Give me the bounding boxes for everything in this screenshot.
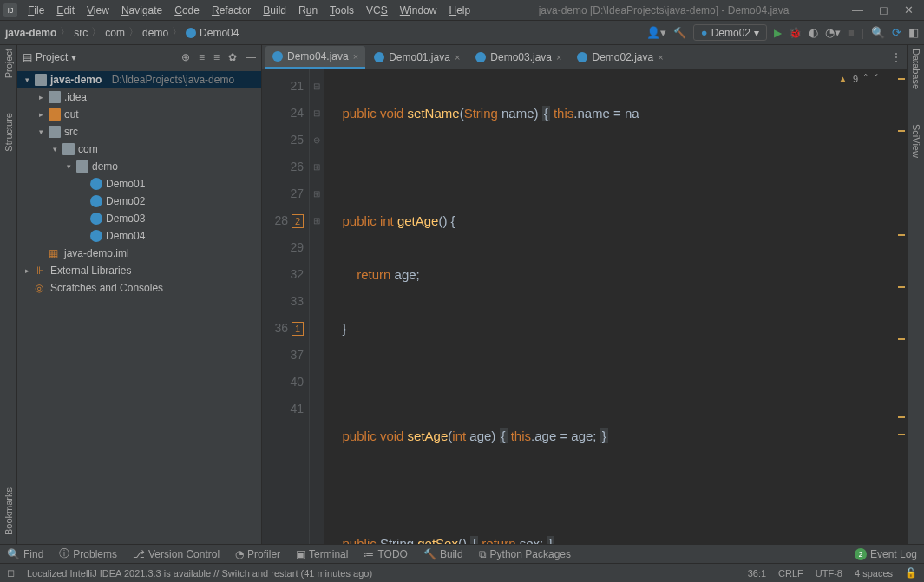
menu-file[interactable]: File — [23, 3, 49, 18]
hide-icon[interactable]: — — [246, 51, 256, 63]
tree-root[interactable]: ▾java-demo D:\IdeaProjects\java-demo — [17, 71, 261, 88]
tool-profiler[interactable]: ◔Profiler — [235, 548, 280, 560]
settings-icon[interactable]: ✿ — [228, 51, 237, 63]
ide-icon[interactable]: ◧ — [908, 26, 919, 39]
tool-problems[interactable]: ⓘProblems — [59, 546, 117, 561]
fold-column[interactable]: ⊟⊟⊖⊞⊞⊞ — [309, 69, 324, 544]
menu-tools[interactable]: Tools — [324, 3, 359, 18]
folder-icon — [35, 74, 47, 86]
run-button[interactable]: ▶ — [774, 27, 782, 39]
tree-idea[interactable]: ▸.idea — [17, 88, 261, 106]
menu-navigate[interactable]: Navigate — [116, 3, 167, 18]
user-icon[interactable]: 👤▾ — [646, 26, 666, 39]
status-io-icon[interactable]: ◻ — [7, 567, 15, 579]
menu-run[interactable]: Run — [293, 3, 323, 18]
tabs-more-icon[interactable]: ⋮ — [891, 51, 901, 63]
tree-com[interactable]: ▾com — [17, 141, 261, 158]
breadcrumb-src[interactable]: src — [74, 27, 88, 39]
tree-demo02[interactable]: Demo02 — [17, 193, 261, 210]
tab-demo01[interactable]: Demo01.java× — [367, 46, 467, 69]
usage-marker[interactable]: 2 — [292, 214, 304, 228]
class-icon — [90, 213, 102, 225]
run-config-selector[interactable]: ● Demo02 ▾ — [693, 24, 767, 41]
menu-build[interactable]: Build — [258, 3, 292, 18]
tree-demo01[interactable]: Demo01 — [17, 175, 261, 193]
tab-demo03[interactable]: Demo03.java× — [469, 46, 568, 69]
menu-view[interactable]: View — [82, 3, 115, 18]
close-tab-icon[interactable]: × — [455, 52, 460, 62]
tool-todo[interactable]: ≔TODO — [364, 548, 407, 560]
tool-vcs[interactable]: ⎇Version Control — [133, 548, 220, 560]
expand-icon[interactable]: ≡ — [199, 51, 205, 63]
error-stripe[interactable] — [896, 69, 907, 544]
tree-demo03[interactable]: Demo03 — [17, 210, 261, 227]
tool-bookmarks[interactable]: Bookmarks — [3, 487, 14, 535]
tree-demo[interactable]: ▾demo — [17, 158, 261, 175]
tool-event-log[interactable]: 2Event Log — [855, 548, 917, 560]
tree-out[interactable]: ▸out — [17, 106, 261, 123]
close-tab-icon[interactable]: × — [353, 51, 358, 62]
menu-help[interactable]: Help — [443, 3, 475, 18]
status-separator[interactable]: CRLF — [778, 568, 803, 579]
tool-find[interactable]: 🔍Find — [7, 548, 43, 560]
status-encoding[interactable]: UTF-8 — [816, 568, 842, 579]
tool-python[interactable]: ⧉Python Packages — [479, 548, 571, 560]
tool-sciview[interactable]: SciView — [911, 124, 921, 158]
tree-scratches[interactable]: ◎Scratches and Consoles — [17, 279, 261, 297]
close-button[interactable]: ✕ — [904, 3, 914, 16]
menu-edit[interactable]: Edit — [51, 3, 80, 18]
chevron-down-icon: ▾ — [754, 27, 759, 39]
chevron-up-icon[interactable]: ˄ — [863, 73, 868, 84]
tree-iml[interactable]: ▦java-demo.iml — [17, 245, 261, 262]
search-icon[interactable]: 🔍 — [871, 26, 885, 39]
folder-icon — [49, 108, 61, 121]
tree-src[interactable]: ▾src — [17, 123, 261, 141]
stop-button[interactable]: ■ — [848, 26, 855, 39]
breadcrumb-root[interactable]: java-demo — [5, 27, 56, 39]
tool-build[interactable]: 🔨Build — [423, 548, 463, 560]
menu-window[interactable]: Window — [395, 3, 442, 18]
code-editor[interactable]: public void setName(String name) { this.… — [324, 69, 896, 544]
close-tab-icon[interactable]: × — [556, 52, 561, 62]
tool-terminal[interactable]: ▣Terminal — [296, 548, 348, 560]
tool-structure[interactable]: Structure — [3, 113, 14, 152]
usage-marker[interactable]: 1 — [292, 322, 304, 336]
collapse-icon[interactable]: ≡ — [213, 51, 220, 63]
coverage-icon[interactable]: ◐ — [809, 26, 818, 39]
close-tab-icon[interactable]: × — [658, 52, 663, 62]
breadcrumb-demo[interactable]: demo — [142, 27, 168, 39]
tool-database[interactable]: Database — [911, 49, 921, 89]
build-icon[interactable]: 🔨 — [673, 27, 686, 39]
project-icon: ▤ — [23, 51, 32, 63]
breadcrumb-com[interactable]: com — [105, 27, 125, 39]
inspection-widget[interactable]: ▲9˄˅ — [838, 73, 879, 84]
sync-icon[interactable]: ⟳ — [892, 26, 901, 39]
menu-code[interactable]: Code — [169, 3, 205, 18]
breadcrumb-class[interactable]: Demo04 — [200, 27, 239, 39]
project-toolbar: ⊕ ≡ ≡ ✿ — — [181, 51, 256, 63]
maximize-button[interactable]: ◻ — [879, 3, 888, 16]
navigation-bar: java-demo 〉 src 〉 com 〉 demo 〉 Demo04 👤▾… — [0, 21, 924, 45]
tree-demo04[interactable]: Demo04 — [17, 227, 261, 245]
menu-refactor[interactable]: Refactor — [206, 3, 256, 18]
select-opened-icon[interactable]: ⊕ — [181, 51, 190, 63]
class-icon — [186, 28, 196, 38]
tree-ext-libs[interactable]: ▸⊪External Libraries — [17, 262, 261, 279]
bottom-right: 2Event Log — [855, 548, 917, 560]
tab-demo04[interactable]: Demo04.java× — [265, 46, 365, 69]
menu-vcs[interactable]: VCS — [361, 3, 393, 18]
editor-gutter[interactable]: 21 24 25 26 27 28 2 29 32 33 36 1 37 40 … — [262, 69, 309, 544]
minimize-button[interactable]: — — [852, 3, 863, 16]
separator: | — [862, 27, 864, 39]
tab-demo02[interactable]: Demo02.java× — [570, 46, 670, 69]
chevron-down-icon[interactable]: ˅ — [874, 73, 879, 84]
project-title[interactable]: ▤ Project ▾ — [23, 51, 76, 63]
debug-button[interactable]: 🐞 — [789, 27, 802, 39]
profile-icon[interactable]: ◔▾ — [825, 26, 841, 39]
editor-area: Demo04.java× Demo01.java× Demo03.java× D… — [262, 45, 907, 544]
lock-icon[interactable]: 🔓 — [905, 567, 917, 579]
status-message[interactable]: Localized IntelliJ IDEA 2021.3.3 is avai… — [27, 568, 736, 579]
tool-project[interactable]: Project — [3, 49, 14, 78]
status-position[interactable]: 36:1 — [748, 568, 766, 579]
status-indent[interactable]: 4 spaces — [855, 568, 893, 579]
